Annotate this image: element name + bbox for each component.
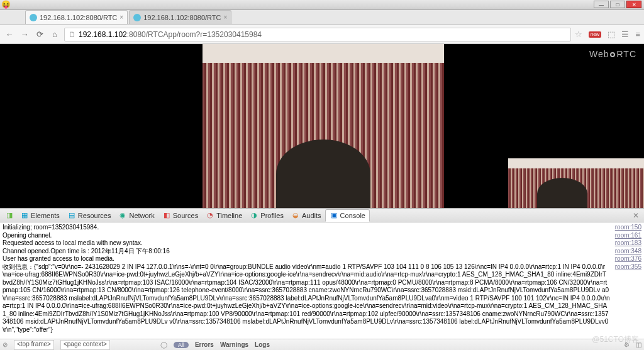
app-icon: 😝 [1,0,11,9]
window-title-bar: 😝 — □ ✕ [0,0,644,10]
console-output[interactable]: Initializing; room=1352030415984.room:15… [0,222,644,339]
settings-icon[interactable]: ☰ [621,30,629,39]
close-icon[interactable]: × [224,14,228,21]
console-footer: ⊘ <top frame> <page context> ◯ All Error… [0,339,644,350]
maximize-button[interactable]: □ [610,1,625,8]
devtools-toolbar: ◨ ▦Elements ▤Resources ◉Network ◧Sources… [0,209,644,222]
audits-icon: ◒ [291,211,300,220]
new-badge: new [589,31,602,38]
filter-errors[interactable]: Errors [195,341,214,348]
tab-profiles[interactable]: ◑Profiles [246,209,287,222]
tab-title: 192.168.1.102:8080/RTC [143,14,221,21]
url-host: 192.168.1.102 [79,30,127,39]
bookmark-icon[interactable]: ☆ [575,30,582,39]
source-link[interactable]: room:183 [615,239,641,248]
filter-logs[interactable]: Logs [255,341,270,348]
sources-icon: ◧ [162,211,171,220]
tab-network[interactable]: ◉Network [114,209,158,222]
devtools-panel: ◨ ▦Elements ▤Resources ◉Network ◧Sources… [0,208,644,350]
source-link[interactable]: room:348 [615,248,641,256]
source-link[interactable]: room:161 [615,232,641,240]
remote-video [203,44,444,209]
reload-icon[interactable]: ⟳ [34,30,45,39]
wrench-icon[interactable]: ⬚ [608,30,615,39]
console-line: User has granted access to local media. [3,255,610,263]
devtools-close-icon[interactable]: ✕ [633,211,639,220]
tab-title: 192.168.1.102:8080/RTC [40,14,117,21]
video-area: WebRTC Hang up [0,44,644,221]
tab-resources[interactable]: ▤Resources [64,209,115,222]
frame-select[interactable]: <top frame> [14,340,54,350]
source-link[interactable]: room:376 [615,255,641,263]
console-sdp-offer: 收到信息：{"sdp":"v=0\r\no=- 2431628029 2 IN … [3,263,610,334]
local-video [508,158,644,209]
globe-icon: 🗋 [69,30,76,39]
filter-warnings[interactable]: Warnings [220,341,248,348]
tab-audits[interactable]: ◒Audits [287,209,325,222]
tab-favicon [133,14,141,21]
inspect-icon[interactable]: ◨ [5,211,14,220]
tab-timeline[interactable]: ◔Timeline [202,209,246,222]
filter-all[interactable]: All [174,342,189,348]
settings-gear-icon[interactable]: ⚙ [624,341,630,348]
tab-elements[interactable]: ▦Elements [16,209,64,222]
profiles-icon: ◑ [250,211,258,220]
url-input[interactable]: 🗋 192.168.1.102 :8080/RTCApp/room?r=1352… [64,28,571,41]
tab-console[interactable]: ▣Console [325,209,370,222]
resources-icon: ▤ [67,211,76,220]
console-line: Channel opened.Open time is : 2012年11月4日… [3,248,610,256]
elements-icon: ▦ [20,211,29,220]
tab-favicon [30,14,37,21]
back-icon[interactable]: ← [4,30,15,39]
url-path: :8080/RTCApp/room?r=1352030415984 [127,30,262,39]
home-icon[interactable]: ⌂ [49,30,60,39]
source-link[interactable]: room:150 [615,224,641,232]
webrtc-logo: WebRTC [589,49,636,59]
tab-inactive[interactable]: 192.168.1.102:8080/RTC × [129,10,231,24]
browser-tabs: 192.168.1.102:8080/RTC × 192.168.1.102:8… [0,10,644,25]
console-line: Opening channel. [3,232,610,240]
dock-icon[interactable]: ◫ [636,341,641,348]
context-select[interactable]: <page context> [60,340,110,350]
source-link[interactable]: room:355 [615,263,641,271]
console-icon: ▣ [330,211,338,220]
nav-bar: ← → ⟳ ⌂ 🗋 192.168.1.102 :8080/RTCApp/roo… [0,25,644,44]
tab-sources[interactable]: ◧Sources [158,209,202,222]
console-line: Initializing; room=1352030415984. [3,224,610,232]
menu-icon[interactable]: ≡ [635,30,640,39]
clear-icon[interactable]: ⊘ [3,341,8,348]
tab-active[interactable]: 192.168.1.102:8080/RTC × [25,10,128,24]
close-button[interactable]: ✕ [626,1,641,8]
filter-icon[interactable]: ◯ [160,341,167,348]
minimize-button[interactable]: — [594,1,609,8]
timeline-icon: ◔ [206,211,214,220]
console-line: Requested access to local media with new… [3,239,610,248]
close-icon[interactable]: × [119,14,123,21]
forward-icon[interactable]: → [19,30,30,39]
network-icon: ◉ [118,211,127,220]
